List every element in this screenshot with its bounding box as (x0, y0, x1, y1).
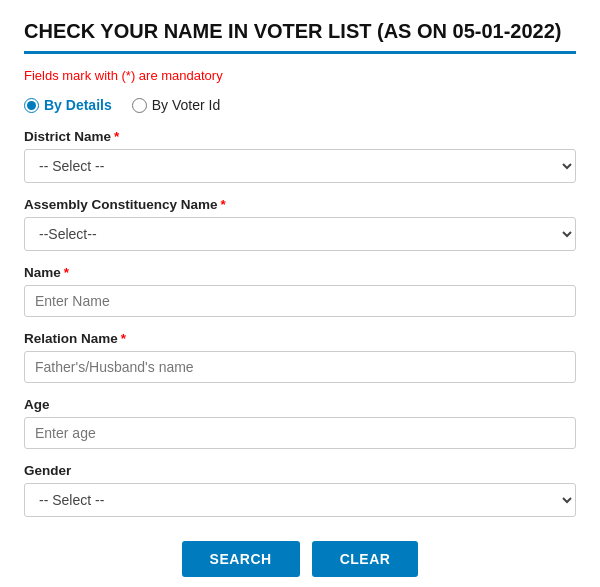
mandatory-note-prefix: Fields mark with (24, 68, 122, 83)
search-button[interactable]: SEARCH (182, 541, 300, 577)
district-field-group: District Name* -- Select -- (24, 129, 576, 183)
radio-by-details[interactable]: By Details (24, 97, 112, 113)
radio-by-details-label[interactable]: By Details (44, 97, 112, 113)
relation-required-star: * (121, 331, 126, 346)
radio-by-details-input[interactable] (24, 98, 39, 113)
assembly-field-group: Assembly Constituency Name* --Select-- (24, 197, 576, 251)
radio-by-voter-id-input[interactable] (132, 98, 147, 113)
name-input[interactable] (24, 285, 576, 317)
district-required-star: * (114, 129, 119, 144)
district-select[interactable]: -- Select -- (24, 149, 576, 183)
clear-button[interactable]: CLEAR (312, 541, 419, 577)
mandatory-note-suffix: are mandatory (135, 68, 222, 83)
radio-by-voter-id-label[interactable]: By Voter Id (152, 97, 220, 113)
relation-field-group: Relation Name* (24, 331, 576, 383)
radio-by-voter-id[interactable]: By Voter Id (132, 97, 220, 113)
age-label: Age (24, 397, 576, 412)
relation-input[interactable] (24, 351, 576, 383)
assembly-label: Assembly Constituency Name* (24, 197, 576, 212)
name-required-star: * (64, 265, 69, 280)
district-label: District Name* (24, 129, 576, 144)
search-type-radio-group: By Details By Voter Id (24, 97, 576, 113)
gender-select[interactable]: -- Select -- Male Female Other (24, 483, 576, 517)
action-button-row: SEARCH CLEAR (24, 541, 576, 577)
age-input[interactable] (24, 417, 576, 449)
assembly-select[interactable]: --Select-- (24, 217, 576, 251)
mandatory-star: (*) (122, 68, 136, 83)
relation-label: Relation Name* (24, 331, 576, 346)
mandatory-note: Fields mark with (*) are mandatory (24, 68, 576, 83)
page-title: CHECK YOUR NAME IN VOTER LIST (AS ON 05-… (24, 20, 576, 54)
gender-field-group: Gender -- Select -- Male Female Other (24, 463, 576, 517)
gender-label: Gender (24, 463, 576, 478)
assembly-required-star: * (221, 197, 226, 212)
name-field-group: Name* (24, 265, 576, 317)
name-label: Name* (24, 265, 576, 280)
age-field-group: Age (24, 397, 576, 449)
